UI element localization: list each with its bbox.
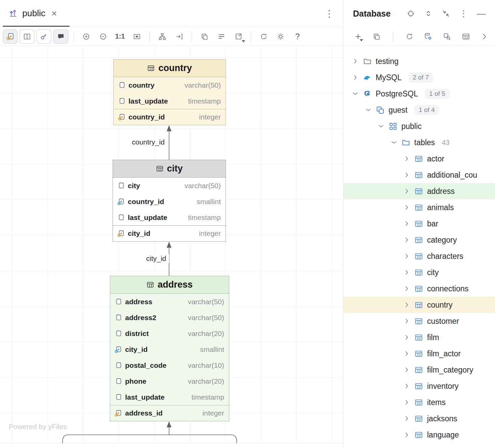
chevron-right-icon[interactable]: [403, 252, 410, 260]
hide-panel-icon[interactable]: —: [477, 9, 486, 18]
chevron-right-icon[interactable]: [403, 415, 410, 422]
show-comments-toggle-button[interactable]: [53, 29, 68, 44]
chevron-right-icon[interactable]: [403, 431, 410, 439]
chevron-right-icon[interactable]: [403, 350, 410, 357]
tree-item-additional-cou[interactable]: additional_cou: [344, 167, 495, 183]
collapse-all-icon[interactable]: [442, 9, 450, 18]
panel-options-kebab-icon[interactable]: ⋮: [459, 9, 468, 18]
chevron-right-icon[interactable]: [403, 187, 410, 195]
table-column-row[interactable]: last_update timestamp: [110, 389, 229, 405]
tree-item-inventory[interactable]: inventory: [344, 378, 495, 394]
zoom-out-button[interactable]: [96, 29, 111, 44]
tree-item-film[interactable]: film: [344, 329, 495, 345]
chevron-right-icon[interactable]: [403, 334, 410, 341]
table-column-row[interactable]: country varchar(50): [114, 77, 226, 93]
tab-public[interactable]: public ×: [3, 0, 63, 27]
tab-close-icon[interactable]: ×: [51, 9, 57, 18]
chevron-right-icon[interactable]: [403, 382, 410, 390]
diagram-details-button[interactable]: [214, 29, 229, 44]
refresh-diagram-button[interactable]: [256, 29, 271, 44]
locate-object-icon[interactable]: [406, 9, 415, 18]
actual-size-button[interactable]: 1:1: [113, 29, 127, 44]
expand-collapse-icon[interactable]: [424, 9, 433, 18]
tree-item-language[interactable]: language: [344, 427, 495, 443]
diagram-table-country[interactable]: country country varchar(50) last_update …: [113, 59, 226, 125]
table-header-city[interactable]: city: [113, 160, 226, 178]
chevron-right-icon[interactable]: [352, 58, 359, 65]
chevron-right-icon[interactable]: [403, 301, 410, 309]
table-column-row[interactable]: city_id integer: [113, 225, 226, 241]
table-column-row[interactable]: last_update timestamp: [113, 209, 226, 225]
tree-item-connections[interactable]: connections: [344, 281, 495, 297]
chevron-right-icon[interactable]: [403, 155, 410, 162]
toolbar-more-chevron-icon[interactable]: [479, 30, 490, 43]
chevron-right-icon[interactable]: [403, 171, 410, 179]
export-diagram-button[interactable]: [231, 29, 246, 44]
tree-item-partial[interactable]: [344, 443, 495, 448]
diagram-table-city[interactable]: city city varchar(50) country_id smallin…: [113, 160, 226, 242]
chevron-right-icon[interactable]: [403, 236, 410, 244]
tree-item-characters[interactable]: characters: [344, 248, 495, 264]
tree-item-address[interactable]: address: [344, 183, 495, 199]
tree-item-customer[interactable]: customer: [344, 313, 495, 329]
table-column-row[interactable]: address_id integer: [110, 405, 229, 421]
duplicate-button[interactable]: [371, 30, 383, 43]
chevron-right-icon[interactable]: [403, 204, 410, 211]
tree-item-jacksons[interactable]: jacksons: [344, 410, 495, 427]
editor-options-kebab-icon[interactable]: ⋮: [325, 8, 334, 19]
diagram-settings-gear-button[interactable]: [273, 29, 288, 44]
tree-item-city[interactable]: city: [344, 264, 495, 281]
table-column-row[interactable]: city_id smallint: [110, 341, 229, 357]
table-column-row[interactable]: phone varchar(20): [110, 373, 229, 389]
chevron-right-icon[interactable]: [403, 317, 410, 325]
diagram-canvas[interactable]: country_id city_id country country varch…: [0, 46, 343, 448]
help-button[interactable]: ?: [290, 29, 305, 44]
table-column-row[interactable]: last_update timestamp: [114, 93, 226, 109]
apply-layout-button[interactable]: [155, 29, 170, 44]
chevron-down-icon[interactable]: [352, 90, 359, 97]
tree-item-testing[interactable]: testing: [344, 53, 495, 69]
chevron-right-icon[interactable]: [352, 74, 359, 81]
table-column-row[interactable]: country_id integer: [114, 109, 226, 125]
tree-item-film-actor[interactable]: film_actor: [344, 345, 495, 362]
jump-to-source-button[interactable]: [172, 29, 187, 44]
fit-content-button[interactable]: [129, 29, 144, 44]
tree-item-actor[interactable]: actor: [344, 151, 495, 167]
table-column-row[interactable]: postal_code varchar(10): [110, 357, 229, 373]
table-column-row[interactable]: address varchar(50): [110, 294, 229, 310]
table-header-country[interactable]: country: [114, 60, 226, 77]
table-column-row[interactable]: address2 varchar(50): [110, 310, 229, 326]
data-source-properties-button[interactable]: [423, 30, 434, 43]
tree-item-bar[interactable]: bar: [344, 216, 495, 232]
chevron-down-icon[interactable]: [390, 139, 398, 146]
show-columns-panel-toggle-button[interactable]: [20, 29, 34, 44]
table-column-row[interactable]: country_id smallint: [113, 194, 226, 209]
chevron-right-icon[interactable]: [403, 399, 410, 406]
tree-item-items[interactable]: items: [344, 394, 495, 410]
chevron-right-icon[interactable]: [403, 285, 410, 292]
refresh-data-source-button[interactable]: [404, 30, 415, 43]
show-key-columns-toggle-button[interactable]: [3, 29, 18, 44]
chevron-right-icon[interactable]: [403, 366, 410, 374]
tree-item-animals[interactable]: animals: [344, 199, 495, 216]
tree-item-film-category[interactable]: film_category: [344, 362, 495, 378]
tree-item-postgresql[interactable]: PostgreSQL 1 of 5: [344, 86, 495, 102]
diagram-table-address[interactable]: address address varchar(50) address2 var…: [110, 276, 229, 421]
show-keys-toggle-button[interactable]: [37, 29, 51, 44]
horizontal-scrollbar[interactable]: [0, 443, 343, 448]
table-column-row[interactable]: city varchar(50): [113, 178, 226, 194]
tree-item-mysql[interactable]: MySQL 2 of 7: [344, 69, 495, 86]
tree-item-public[interactable]: public: [344, 118, 495, 134]
zoom-in-button[interactable]: [79, 29, 94, 44]
tree-item-tables[interactable]: tables 43: [344, 134, 495, 151]
copy-diagram-button[interactable]: [197, 29, 212, 44]
table-header-address[interactable]: address: [110, 276, 229, 294]
search-objects-button[interactable]: [441, 30, 453, 43]
tree-item-guest[interactable]: guest 1 of 4: [344, 102, 495, 118]
chevron-down-icon[interactable]: [364, 106, 372, 114]
tree-item-country[interactable]: country: [344, 297, 495, 313]
new-item-button[interactable]: [352, 30, 364, 43]
table-column-row[interactable]: district varchar(20): [110, 326, 229, 341]
chevron-right-icon[interactable]: [403, 269, 410, 276]
tree-item-category[interactable]: category: [344, 232, 495, 248]
